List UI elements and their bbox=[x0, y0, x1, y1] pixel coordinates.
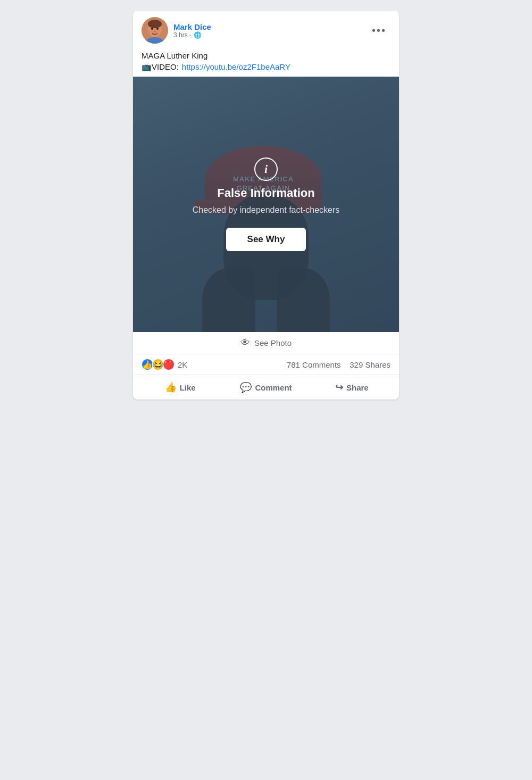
info-icon: i bbox=[254, 157, 278, 181]
svg-point-2 bbox=[148, 20, 162, 28]
separator: · bbox=[190, 31, 192, 39]
share-button[interactable]: ↪ Share bbox=[309, 377, 395, 397]
see-why-button[interactable]: See Why bbox=[226, 228, 306, 251]
comment-button[interactable]: 💬 Comment bbox=[223, 377, 309, 397]
author-info: Mark Dice 3 hrs · 🌐 bbox=[173, 22, 211, 39]
post-text: MAGA Luther King 📺VIDEO: https://youtu.b… bbox=[133, 50, 399, 77]
post-meta: 3 hrs · 🌐 bbox=[173, 31, 211, 39]
post-header: Mark Dice 3 hrs · 🌐 ••• bbox=[133, 11, 399, 50]
svg-point-5 bbox=[154, 31, 156, 32]
haha-reaction: 😂 bbox=[152, 359, 164, 370]
post-line1: MAGA Luther King bbox=[142, 50, 390, 61]
comments-count[interactable]: 781 Comments bbox=[287, 360, 341, 369]
post-image-container: MAKE AMERICA GREAT AGAIN i False Informa… bbox=[133, 77, 399, 332]
author-name[interactable]: Mark Dice bbox=[173, 22, 211, 31]
reactions-bar: 👍 😂 ❤️ 2K 781 Comments 329 Shares bbox=[133, 354, 399, 375]
video-prefix: 📺VIDEO: bbox=[142, 61, 179, 72]
false-info-subtitle: Checked by independent fact-checkers bbox=[193, 205, 340, 215]
svg-point-3 bbox=[151, 28, 153, 30]
share-icon: ↪ bbox=[335, 381, 343, 393]
share-label: Share bbox=[346, 383, 369, 392]
comment-label: Comment bbox=[255, 383, 292, 392]
reaction-emojis: 👍 😂 ❤️ bbox=[142, 359, 174, 370]
shares-count[interactable]: 329 Shares bbox=[350, 360, 390, 369]
eye-icon: 👁 bbox=[240, 337, 250, 348]
post-time: 3 hrs bbox=[173, 31, 188, 39]
like-label: Like bbox=[180, 383, 196, 392]
video-link[interactable]: https://youtu.be/oz2F1beAaRY bbox=[182, 61, 290, 72]
reactions-left: 👍 😂 ❤️ 2K bbox=[142, 359, 187, 370]
fact-check-overlay: i False Information Checked by independe… bbox=[133, 77, 399, 332]
see-photo-bar[interactable]: 👁 See Photo bbox=[133, 332, 399, 354]
comment-icon: 💬 bbox=[240, 381, 252, 393]
svg-point-4 bbox=[156, 28, 159, 30]
more-options-button[interactable]: ••• bbox=[368, 22, 390, 39]
post-video-line: 📺VIDEO: https://youtu.be/oz2F1beAaRY bbox=[142, 61, 390, 72]
post-header-left: Mark Dice 3 hrs · 🌐 bbox=[142, 17, 211, 44]
reaction-count: 2K bbox=[178, 360, 187, 369]
globe-icon: 🌐 bbox=[194, 31, 202, 39]
avatar bbox=[142, 17, 168, 44]
like-button[interactable]: 👍 Like bbox=[137, 377, 223, 397]
see-photo-label: See Photo bbox=[254, 338, 292, 347]
like-reaction: 👍 bbox=[142, 359, 153, 370]
false-info-title: False Information bbox=[217, 186, 314, 200]
love-reaction: ❤️ bbox=[163, 359, 174, 370]
like-icon: 👍 bbox=[165, 381, 177, 393]
engagement-stats: 781 Comments 329 Shares bbox=[287, 360, 390, 369]
post-card: Mark Dice 3 hrs · 🌐 ••• MAGA Luther King… bbox=[133, 11, 399, 400]
action-buttons: 👍 Like 💬 Comment ↪ Share bbox=[133, 375, 399, 400]
